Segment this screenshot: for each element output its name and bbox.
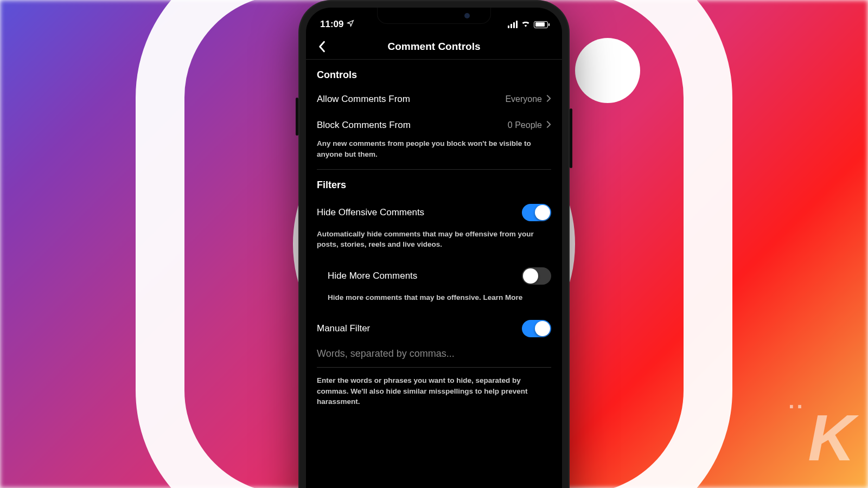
back-button[interactable]: [314, 38, 330, 55]
battery-icon: [534, 21, 548, 28]
cellular-signal-icon: [508, 21, 518, 28]
hide-offensive-label: Hide Offensive Comments: [317, 207, 424, 218]
watermark-k: K: [808, 400, 853, 475]
allow-comments-value: Everyone: [505, 94, 542, 104]
hide-offensive-help: Automatically hide comments that may be …: [317, 229, 551, 260]
manual-filter-toggle[interactable]: [522, 320, 551, 337]
manual-filter-row: Manual Filter: [317, 312, 551, 345]
manual-filter-input[interactable]: Words, separated by commas...: [317, 345, 551, 368]
hide-more-row: Hide More Comments: [317, 260, 551, 292]
chevron-left-icon: [318, 41, 326, 53]
page-title: Comment Controls: [306, 41, 562, 53]
manual-filter-help: Enter the words or phrases you want to h…: [317, 368, 551, 417]
section-title-controls: Controls: [317, 60, 551, 86]
block-comments-row[interactable]: Block Comments From 0 People: [317, 112, 551, 138]
location-icon: [347, 19, 354, 30]
phone-frame: 11:09 Comment Controls Controls: [298, 0, 570, 488]
allow-comments-label: Allow Comments From: [317, 94, 410, 105]
allow-comments-row[interactable]: Allow Comments From Everyone: [317, 86, 551, 112]
manual-filter-label: Manual Filter: [317, 323, 370, 334]
phone-notch: [377, 8, 491, 24]
status-time: 11:09: [320, 19, 343, 30]
block-comments-value: 0 People: [508, 120, 542, 130]
hide-offensive-toggle[interactable]: [522, 204, 551, 221]
wifi-icon: [521, 19, 531, 30]
section-title-filters: Filters: [317, 170, 551, 196]
hide-more-help: Hide more comments that may be offensive…: [317, 292, 551, 313]
chevron-right-icon: [546, 120, 551, 131]
content: Controls Allow Comments From Everyone Bl…: [306, 60, 562, 417]
navbar: Comment Controls: [306, 34, 562, 60]
phone-screen: 11:09 Comment Controls Controls: [306, 8, 562, 488]
learn-more-link[interactable]: Learn More: [483, 293, 523, 301]
chevron-right-icon: [546, 94, 551, 105]
hide-offensive-row: Hide Offensive Comments: [317, 196, 551, 229]
block-help-text: Any new comments from people you block w…: [317, 138, 551, 169]
hide-more-label: Hide More Comments: [328, 271, 417, 281]
block-comments-label: Block Comments From: [317, 120, 411, 131]
hide-more-toggle[interactable]: [522, 267, 551, 285]
